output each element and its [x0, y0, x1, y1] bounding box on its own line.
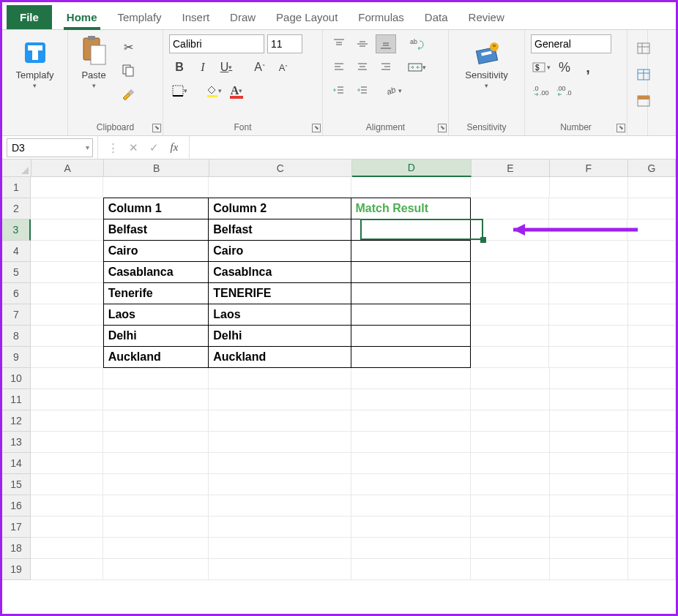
- wrap-text-button[interactable]: ab: [406, 34, 427, 53]
- percent-button[interactable]: %: [554, 58, 575, 77]
- cell-A14[interactable]: [31, 453, 103, 474]
- cell-C9[interactable]: Auckland: [208, 346, 351, 368]
- increase-decimal-button[interactable]: .0.00: [531, 81, 551, 100]
- row-header-7[interactable]: 7: [2, 304, 31, 326]
- cell-E4[interactable]: [471, 241, 549, 262]
- align-right-button[interactable]: [376, 58, 396, 77]
- tab-insert[interactable]: Insert: [172, 5, 220, 29]
- cell-F15[interactable]: [550, 474, 628, 495]
- cell-A8[interactable]: [31, 326, 104, 347]
- cell-C12[interactable]: [209, 410, 351, 432]
- cut-button[interactable]: ✂: [118, 37, 138, 56]
- cell-D13[interactable]: [351, 432, 471, 453]
- cell-E11[interactable]: [471, 389, 549, 410]
- row-header-17[interactable]: 17: [2, 517, 31, 538]
- cancel-formula-button[interactable]: ✕: [126, 141, 141, 154]
- cell-C8[interactable]: Delhi: [208, 325, 351, 347]
- cell-D12[interactable]: [351, 410, 471, 432]
- row-header-14[interactable]: 14: [2, 453, 31, 474]
- cell-E18[interactable]: [471, 538, 549, 559]
- cell-A5[interactable]: [31, 262, 104, 283]
- cell-D15[interactable]: [351, 474, 471, 495]
- cell-A18[interactable]: [31, 538, 103, 559]
- sensitivity-button[interactable]: Sensitivity ▾: [461, 34, 513, 92]
- row-header-15[interactable]: 15: [2, 474, 31, 495]
- select-all-corner[interactable]: [2, 159, 31, 177]
- font-color-button[interactable]: A▾: [226, 81, 247, 100]
- merge-center-button[interactable]: ▾: [406, 58, 427, 77]
- cell-styles-button[interactable]: [633, 91, 654, 110]
- fill-color-button[interactable]: ▾: [203, 81, 223, 100]
- cell-A10[interactable]: [31, 368, 103, 389]
- cell-C2[interactable]: Column 2: [208, 198, 351, 219]
- cell-G19[interactable]: [628, 559, 676, 580]
- increase-font-button[interactable]: A˄: [250, 58, 270, 77]
- cell-B11[interactable]: [103, 389, 209, 410]
- expand-name-box-icon[interactable]: ⋮: [105, 141, 120, 154]
- clipboard-launcher[interactable]: ⬊: [152, 124, 161, 132]
- cell-F7[interactable]: [549, 304, 627, 326]
- cell-G14[interactable]: [628, 453, 676, 474]
- align-center-button[interactable]: [352, 58, 373, 77]
- cell-D6[interactable]: [351, 282, 471, 304]
- cell-E17[interactable]: [471, 517, 549, 538]
- cell-G11[interactable]: [628, 389, 676, 410]
- cell-C6[interactable]: TENERIFE: [208, 282, 351, 304]
- cell-F11[interactable]: [550, 389, 628, 410]
- row-header-9[interactable]: 9: [2, 347, 31, 368]
- cell-B3[interactable]: Belfast: [103, 219, 209, 241]
- cell-E5[interactable]: [471, 262, 549, 283]
- cell-B15[interactable]: [103, 474, 209, 495]
- cell-F10[interactable]: [550, 368, 628, 389]
- cell-D3[interactable]: [351, 219, 471, 241]
- cell-D5[interactable]: [351, 261, 471, 283]
- column-header-A[interactable]: A: [31, 159, 104, 177]
- row-header-16[interactable]: 16: [2, 495, 31, 517]
- cell-G12[interactable]: [628, 410, 676, 432]
- align-left-button[interactable]: [329, 58, 349, 77]
- enter-formula-button[interactable]: ✓: [146, 141, 161, 154]
- cell-B17[interactable]: [103, 517, 209, 538]
- cell-G3[interactable]: [627, 219, 676, 241]
- row-header-18[interactable]: 18: [2, 538, 31, 559]
- align-middle-button[interactable]: [352, 34, 373, 53]
- cell-B9[interactable]: Auckland: [103, 346, 209, 368]
- cell-A19[interactable]: [31, 559, 103, 580]
- cell-A11[interactable]: [31, 389, 103, 410]
- cell-F16[interactable]: [550, 495, 628, 517]
- cell-F19[interactable]: [550, 559, 628, 580]
- column-header-F[interactable]: F: [550, 159, 628, 177]
- orientation-button[interactable]: ab▾: [383, 81, 403, 100]
- cell-C19[interactable]: [209, 559, 351, 580]
- cell-G9[interactable]: [628, 347, 677, 368]
- cell-D9[interactable]: [351, 346, 471, 368]
- cell-A7[interactable]: [31, 304, 104, 326]
- row-header-8[interactable]: 8: [2, 326, 31, 347]
- tab-file[interactable]: File: [7, 5, 52, 29]
- cell-G18[interactable]: [628, 538, 676, 559]
- column-header-B[interactable]: B: [104, 159, 209, 177]
- alignment-launcher[interactable]: ⬊: [438, 124, 447, 132]
- cell-D1[interactable]: [351, 177, 471, 198]
- cell-F14[interactable]: [550, 453, 628, 474]
- row-header-3[interactable]: 3: [2, 219, 31, 241]
- format-painter-button[interactable]: [118, 87, 138, 106]
- cell-B2[interactable]: Column 1: [103, 198, 209, 219]
- font-name-select[interactable]: [169, 34, 264, 53]
- cell-F4[interactable]: [549, 241, 627, 262]
- cell-B18[interactable]: [103, 538, 209, 559]
- tab-page-layout[interactable]: Page Layout: [266, 5, 348, 29]
- row-header-1[interactable]: 1: [2, 177, 31, 198]
- cell-A2[interactable]: [31, 198, 104, 219]
- cell-G7[interactable]: [628, 304, 677, 326]
- row-header-6[interactable]: 6: [2, 283, 31, 304]
- cell-G6[interactable]: [628, 283, 677, 304]
- cell-A12[interactable]: [31, 410, 103, 432]
- cell-F6[interactable]: [549, 283, 627, 304]
- cell-D8[interactable]: [351, 325, 471, 347]
- cell-B12[interactable]: [103, 410, 209, 432]
- bold-button[interactable]: B: [169, 58, 190, 77]
- cell-A15[interactable]: [31, 474, 103, 495]
- cell-E1[interactable]: [471, 177, 549, 198]
- cell-E9[interactable]: [471, 347, 549, 368]
